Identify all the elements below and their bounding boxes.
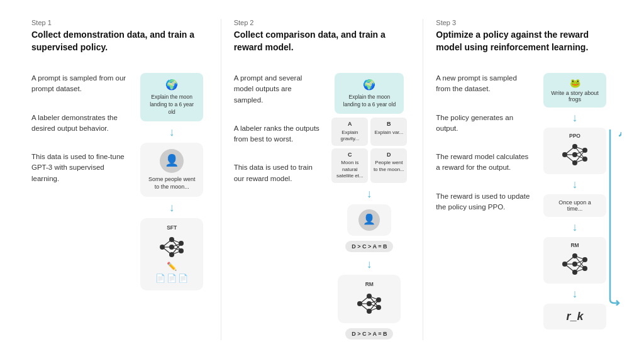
step2-globe-icon: 🌍 xyxy=(341,78,397,92)
main-container: Step 1 Collect demonstration data, and t… xyxy=(0,0,644,359)
step3-text-0: A new prompt is sampled from the dataset… xyxy=(436,73,531,95)
step3-title: Optimize a policy against the reward mod… xyxy=(436,29,613,62)
step3-arrow2: ↓ xyxy=(572,179,578,190)
step3-ppo-card: PPO xyxy=(543,128,606,174)
step2-arrow2: ↓ xyxy=(367,258,372,270)
step2-network-svg xyxy=(353,290,385,317)
step3-ppo-network-svg xyxy=(558,141,591,168)
step1-text-2: This data is used to fine-tune GPT-3 wit… xyxy=(31,152,130,184)
step1-text-1: A labeler demonstrates the desired outpu… xyxy=(31,113,130,135)
step1-text-0: A prompt is sampled from our prompt data… xyxy=(31,73,130,95)
step2-text-2: This data is used to train our reward mo… xyxy=(234,162,323,184)
step1-network-svg xyxy=(156,234,187,260)
step2-cell-D: D People went to the moon... xyxy=(370,148,407,183)
step3-diagram-wrapper: 🐸 Write a story about frogs ↓ PPO xyxy=(537,73,613,329)
cell-b-text: Explain var... xyxy=(374,130,403,135)
step2-cell-B: B Explain var... xyxy=(370,118,407,145)
step1-texts: A prompt is sampled from our prompt data… xyxy=(31,73,130,290)
step3-text-2: The reward model calculates a reward for… xyxy=(436,152,531,174)
step3-reward-card: r_k xyxy=(543,304,606,329)
cell-c-label: C xyxy=(334,152,365,159)
step2-text-1: A labeler ranks the outputs from best to… xyxy=(234,123,323,145)
step2-text-0: A prompt and several model outputs are s… xyxy=(234,73,323,106)
step1-diagram: 🌍 Explain the moon landing to a 6 year o… xyxy=(136,73,208,290)
step3-content: A new prompt is sampled from the dataset… xyxy=(436,73,613,329)
step2-ranking2: D > C > A = B xyxy=(345,328,393,340)
step1-arrow2: ↓ xyxy=(169,202,175,213)
doc-icons: 📄 📄 📄 xyxy=(155,273,188,284)
cell-c-text: Moon is natural satellite et... xyxy=(336,160,364,179)
step1-arrow1: ↓ xyxy=(169,126,175,138)
cell-d-text: People went to the moon... xyxy=(374,160,404,172)
step1-prompt-card: 🌍 Explain the moon landing to a 6 year o… xyxy=(140,73,203,121)
step3-diagram: 🐸 Write a story about frogs ↓ PPO xyxy=(537,73,613,329)
cell-b-label: B xyxy=(373,121,404,128)
doc-icon-1: 📄 xyxy=(155,273,165,284)
step2-arrow1: ↓ xyxy=(367,188,372,199)
step2-grid: A Explain gravity... B Explain var... C … xyxy=(331,118,407,182)
step3-text-3: The reward is used to update the policy … xyxy=(436,191,531,213)
globe-icon: 🌍 xyxy=(147,78,197,92)
step3-rm-card: RM xyxy=(543,237,606,284)
doc-icon-2: 📄 xyxy=(167,273,177,284)
step3-arrow4: ↓ xyxy=(572,288,578,299)
step2-column: Step 2 Collect comparison data, and trai… xyxy=(221,19,423,340)
step3-rm-network-svg xyxy=(558,251,591,277)
step1-person-card: 👤 Some people went to the moon... xyxy=(140,143,203,197)
step2-rm-label: RM xyxy=(365,281,374,288)
step2-content: A prompt and several model outputs are s… xyxy=(234,73,411,341)
step1-sft-card: SFT xyxy=(140,218,203,290)
frog-icon: 🐸 xyxy=(551,78,599,88)
doc-icon-3: 📄 xyxy=(178,273,188,284)
step3-output-text: Once upon a time... xyxy=(558,199,591,212)
cell-a-text: Explain gravity... xyxy=(341,130,360,141)
person-icon: 👤 xyxy=(160,149,184,173)
step3-rm-label: RM xyxy=(551,242,599,248)
step3-text-1: The policy generates an output. xyxy=(436,113,531,135)
step1-prompt-text: Explain the moon landing to a 6 year old xyxy=(150,94,194,115)
step3-column: Step 3 Optimize a policy against the rew… xyxy=(423,19,625,340)
step3-arrow3: ↓ xyxy=(572,221,578,233)
step3-output-card: Once upon a time... xyxy=(543,194,606,217)
step2-cell-A: A Explain gravity... xyxy=(331,118,368,145)
step2-prompt-text: Explain the moon landing to a 6 year old xyxy=(343,94,396,108)
step3-ppo-label: PPO xyxy=(551,133,599,139)
step3-prompt-text: Write a story about frogs xyxy=(551,90,598,102)
step1-model-label: SFT xyxy=(167,224,177,231)
cell-a-label: A xyxy=(334,121,365,128)
step1-title: Collect demonstration data, and train a … xyxy=(31,29,208,62)
step2-person-card: 👤 xyxy=(347,204,391,236)
step3-prompt-card: 🐸 Write a story about frogs xyxy=(543,73,606,108)
feedback-arrow-svg xyxy=(608,130,621,306)
step1-output-text: Some people went to the moon... xyxy=(147,176,197,191)
step2-texts: A prompt and several model outputs are s… xyxy=(234,73,323,341)
step2-cell-C: C Moon is natural satellite et... xyxy=(331,148,368,183)
step2-title: Collect comparison data, and train a rew… xyxy=(234,29,411,62)
pencil-icon: ✏️ xyxy=(167,262,177,272)
step2-diagram: 🌍 Explain the moon landing to a 6 year o… xyxy=(328,73,410,341)
step1-label: Step 1 xyxy=(31,19,208,26)
step1-content: A prompt is sampled from our prompt data… xyxy=(31,73,208,290)
step3-texts: A new prompt is sampled from the dataset… xyxy=(436,73,531,329)
step2-prompt-card: 🌍 Explain the moon landing to a 6 year o… xyxy=(335,73,404,114)
step2-person-icon: 👤 xyxy=(358,209,380,231)
step3-reward-label: r_k xyxy=(567,310,584,323)
step3-arrow1: ↓ xyxy=(572,112,578,123)
step1-column: Step 1 Collect demonstration data, and t… xyxy=(19,19,221,340)
step2-rm-card: RM xyxy=(338,275,401,323)
step2-ranking1: D > C > A = B xyxy=(345,241,393,252)
step3-label: Step 3 xyxy=(436,19,613,26)
cell-d-label: D xyxy=(373,152,404,159)
step2-label: Step 2 xyxy=(234,19,411,26)
